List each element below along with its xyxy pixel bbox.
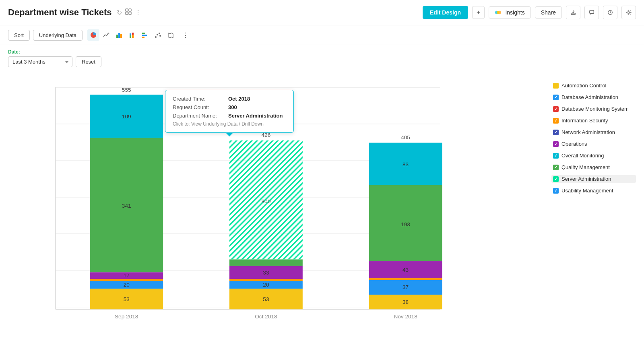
- legend-label-info-sec: Information Security: [561, 118, 608, 124]
- legend-item-db-monitoring[interactable]: ✓ Database Monitoring System: [551, 105, 636, 113]
- bar-chart-icon[interactable]: [113, 29, 125, 41]
- grid-icon[interactable]: [125, 8, 132, 17]
- svg-point-24: [159, 35, 161, 37]
- legend-label-db-monitoring: Database Monitoring System: [561, 106, 629, 112]
- toolbar: Sort Underlying Data: [0, 25, 644, 45]
- svg-text:405: 405: [401, 134, 410, 140]
- stacked-bar-icon[interactable]: [126, 29, 138, 41]
- legend-item-usability[interactable]: ✓ Usability Management: [551, 187, 636, 194]
- tooltip-hint: Click to: View Underlying Data / Drill D…: [173, 121, 286, 127]
- svg-text:109: 109: [122, 114, 131, 120]
- map-chart-icon[interactable]: [165, 29, 177, 41]
- legend-label-usability: Usability Management: [561, 188, 613, 194]
- bar-oct-info-sec[interactable]: [229, 279, 303, 281]
- chart-area: Created Time: Oct 2018 Request Count: 30…: [0, 70, 644, 352]
- chart-main: Created Time: Oct 2018 Request Count: 30…: [8, 74, 551, 348]
- insights-button[interactable]: Insights: [489, 6, 530, 19]
- more-icon[interactable]: ⋮: [135, 9, 141, 17]
- svg-rect-0: [126, 9, 128, 11]
- legend-item-network-admin[interactable]: ✓ Network Administration: [551, 128, 636, 136]
- legend-color-overall: ✓: [553, 153, 559, 159]
- filter-bar: Date: Last 3 Months Last 6 Months Last Y…: [0, 45, 644, 70]
- chart-type-icons: [87, 29, 177, 41]
- reset-button[interactable]: Reset: [76, 56, 101, 67]
- legend-color-server: ✓: [553, 176, 559, 182]
- svg-rect-17: [132, 33, 134, 35]
- legend-label-quality: Quality Management: [561, 164, 610, 170]
- line-chart-icon[interactable]: [100, 29, 112, 41]
- legend-label-automation: Automation Control: [561, 83, 606, 89]
- svg-text:17: 17: [124, 272, 130, 279]
- add-button[interactable]: +: [472, 6, 485, 19]
- svg-text:Oct 2018: Oct 2018: [255, 314, 277, 320]
- page: Department wise Tickets ↻ ⋮ Edit Design …: [0, 0, 644, 355]
- svg-text:33: 33: [263, 270, 269, 276]
- legend-color-db-monitoring: ✓: [553, 106, 559, 112]
- chart-legend: Automation Control ✓ Database Administra…: [551, 74, 636, 348]
- scatter-chart-icon[interactable]: [152, 29, 164, 41]
- bar-oct-quality[interactable]: [229, 259, 303, 266]
- horizontal-bar-icon[interactable]: [139, 29, 151, 41]
- legend-item-automation-control[interactable]: Automation Control: [551, 82, 636, 89]
- legend-color-usability: ✓: [553, 188, 559, 194]
- legend-item-overall-monitoring[interactable]: ✓ Overall Monitoring: [551, 152, 636, 159]
- page-title: Department wise Tickets: [8, 7, 112, 18]
- legend-color-network-admin: ✓: [553, 130, 559, 135]
- svg-text:53: 53: [124, 296, 130, 302]
- tooltip-department: Department Name: Server Administration: [173, 113, 286, 119]
- settings-button[interactable]: [621, 6, 636, 19]
- svg-point-23: [159, 33, 160, 34]
- pie-chart-icon[interactable]: [87, 29, 99, 41]
- svg-text:341: 341: [122, 203, 131, 209]
- header-icons: ↻ ⋮: [117, 8, 141, 17]
- svg-text:555: 555: [122, 87, 131, 93]
- share-button[interactable]: Share: [535, 6, 562, 19]
- chart-tooltip: Created Time: Oct 2018 Request Count: 30…: [165, 90, 294, 133]
- legend-item-info-security[interactable]: ✓ Information Security: [551, 117, 636, 124]
- legend-color-info-sec: ✓: [553, 118, 559, 124]
- bar-sep-info-sec[interactable]: [90, 279, 163, 281]
- edit-design-button[interactable]: Edit Design: [423, 6, 468, 19]
- bar-nov-info-sec[interactable]: [369, 278, 442, 280]
- legend-item-server-admin[interactable]: ✓ Server Administration: [551, 175, 636, 183]
- export-button[interactable]: [566, 6, 580, 19]
- svg-text:38: 38: [402, 299, 409, 305]
- legend-label-network-admin: Network Administration: [561, 129, 615, 135]
- date-filter-label: Date:: [8, 49, 636, 55]
- svg-point-21: [155, 36, 157, 38]
- date-filter-select[interactable]: Last 3 Months Last 6 Months Last Year Cu…: [8, 56, 72, 67]
- svg-rect-12: [118, 33, 120, 38]
- refresh-icon[interactable]: ↻: [117, 9, 122, 17]
- svg-rect-20: [142, 37, 144, 38]
- svg-text:Nov 2018: Nov 2018: [394, 314, 417, 320]
- header-right: Edit Design + Insights Share: [423, 6, 636, 19]
- history-button[interactable]: [603, 6, 617, 19]
- svg-point-22: [157, 34, 158, 35]
- insights-logo-icon: [495, 9, 503, 16]
- svg-rect-8: [590, 10, 594, 14]
- underlying-data-button[interactable]: Underlying Data: [33, 30, 83, 41]
- svg-rect-18: [142, 33, 145, 34]
- legend-item-quality-mgmt[interactable]: ✓ Quality Management: [551, 163, 636, 171]
- legend-label-server: Server Administration: [561, 176, 611, 182]
- svg-text:300: 300: [262, 198, 271, 204]
- svg-text:20: 20: [124, 282, 130, 288]
- svg-rect-11: [116, 35, 118, 38]
- svg-rect-14: [130, 35, 131, 38]
- svg-text:193: 193: [401, 221, 410, 227]
- svg-text:83: 83: [402, 161, 409, 167]
- svg-point-10: [628, 12, 630, 13]
- svg-text:20: 20: [263, 282, 269, 288]
- legend-label-ops: Operations: [561, 141, 587, 147]
- svg-text:43: 43: [402, 267, 409, 273]
- tooltip-request-count: Request Count: 300: [173, 104, 286, 110]
- legend-item-database-administration[interactable]: ✓ Database Administration: [551, 93, 636, 101]
- toolbar-more-button[interactable]: ⋮: [180, 29, 191, 41]
- legend-color-quality: ✓: [553, 165, 559, 170]
- svg-rect-19: [142, 35, 147, 36]
- legend-item-operations[interactable]: ✓ Operations: [551, 140, 636, 148]
- sort-button[interactable]: Sort: [8, 30, 30, 41]
- svg-rect-3: [129, 12, 131, 14]
- tooltip-created-time: Created Time: Oct 2018: [173, 96, 286, 102]
- comment-button[interactable]: [584, 6, 599, 19]
